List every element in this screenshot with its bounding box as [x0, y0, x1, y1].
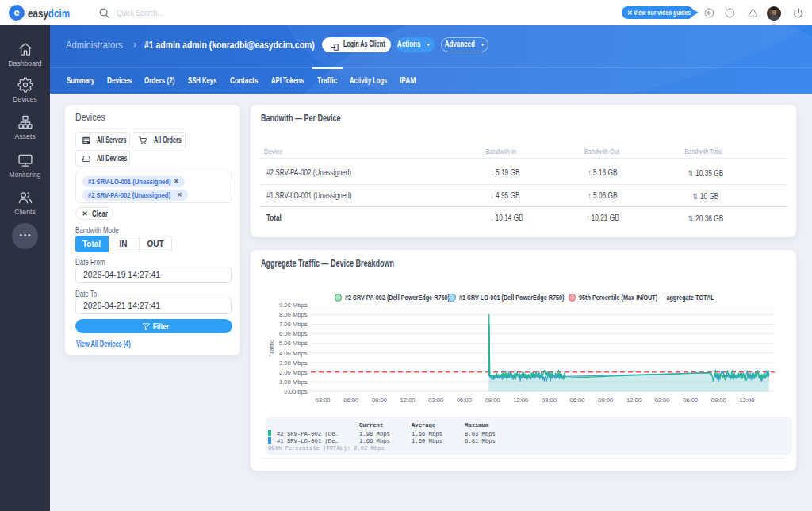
svg-text:8.00 Mbps: 8.00 Mbps — [279, 311, 308, 318]
svg-text:1.00 Mbps: 1.00 Mbps — [279, 378, 308, 386]
svg-text:6.00 Mbps: 6.00 Mbps — [279, 330, 308, 337]
svg-text:03:00: 03:00 — [428, 397, 443, 404]
svg-text:9.00 Mbps: 9.00 Mbps — [279, 302, 308, 309]
svg-text:3.00 Mbps: 3.00 Mbps — [279, 359, 308, 367]
svg-text:09:00: 09:00 — [711, 397, 726, 404]
svg-text:09:00: 09:00 — [372, 397, 387, 404]
svg-text:09:00: 09:00 — [598, 397, 613, 404]
svg-text:5.00 Mbps: 5.00 Mbps — [279, 340, 308, 347]
svg-text:03:00: 03:00 — [316, 397, 331, 404]
svg-text:12:00: 12:00 — [626, 397, 642, 404]
svg-text:06:00: 06:00 — [343, 397, 358, 404]
svg-text:4.00 Mbps: 4.00 Mbps — [279, 350, 308, 357]
svg-text:2.00 Mbps: 2.00 Mbps — [279, 369, 308, 376]
svg-text:12:00: 12:00 — [739, 397, 754, 404]
svg-text:Traffic: Traffic — [268, 340, 275, 357]
svg-text:0.00 bps: 0.00 bps — [284, 388, 307, 395]
svg-text:7.00 Mbps: 7.00 Mbps — [279, 321, 308, 328]
svg-text:12:00: 12:00 — [400, 397, 416, 404]
svg-text:06:00: 06:00 — [683, 397, 698, 404]
svg-text:09:00: 09:00 — [485, 397, 500, 404]
svg-text:03:00: 03:00 — [654, 397, 669, 404]
svg-text:03:00: 03:00 — [542, 397, 557, 404]
svg-text:06:00: 06:00 — [457, 397, 472, 404]
svg-text:12:00: 12:00 — [513, 397, 528, 404]
svg-text:06:00: 06:00 — [569, 397, 584, 404]
